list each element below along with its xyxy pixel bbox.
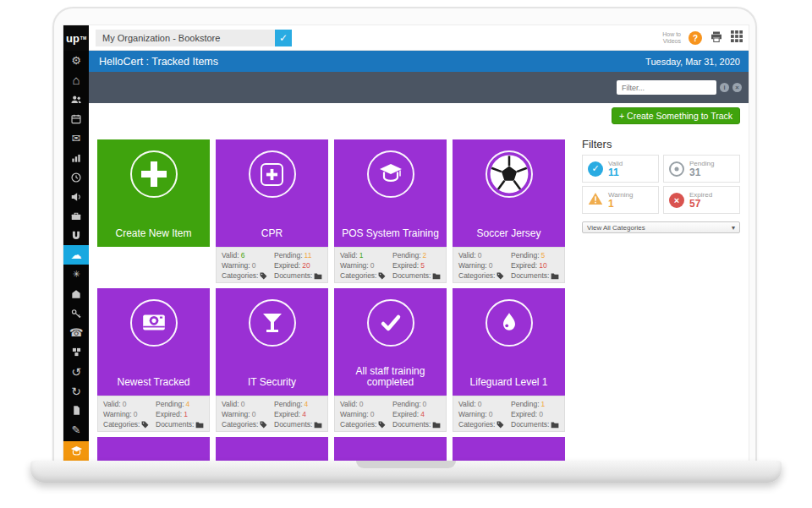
- filter-stat-expired[interactable]: × Expired 57: [663, 186, 740, 214]
- card-lifeguard-level-1[interactable]: Lifeguard Level 1 Valid:0 Pending:1 Warn…: [453, 288, 565, 396]
- check-mark-icon: [367, 299, 414, 347]
- card-pos-system-training[interactable]: POS System Training Valid:1 Pending:2 Wa…: [334, 139, 447, 247]
- sidebar-item-building[interactable]: [63, 284, 89, 303]
- plus-icon: [130, 150, 178, 198]
- sidebar-item-time[interactable]: [63, 167, 89, 187]
- phone-icon: ☎: [69, 326, 83, 339]
- card-cpr[interactable]: CPR Valid:6 Pending:11 Warning:0 Expired…: [216, 139, 328, 247]
- card-partial[interactable]: [97, 437, 210, 461]
- first-aid-icon: [249, 150, 296, 198]
- help-icon[interactable]: ?: [689, 31, 702, 45]
- camera-icon: [130, 299, 178, 347]
- sidebar-nav: ⚙ ⌂ ✉ ☁ ✳ ☎ ↺ ↻ ✎: [63, 51, 89, 461]
- card-title: Newest Tracked: [101, 377, 206, 388]
- cocktail-glass-icon: [249, 299, 296, 347]
- page: upTM My Organization - Bookstore ✓ How t…: [0, 0, 812, 508]
- tag-icon[interactable]: [497, 421, 504, 429]
- snowflake-icon: ✳: [72, 269, 80, 280]
- folder-icon[interactable]: [195, 421, 204, 429]
- card-partial[interactable]: [216, 437, 328, 461]
- sidebar-item-reports[interactable]: [63, 148, 89, 167]
- folder-icon[interactable]: [551, 421, 559, 429]
- tag-icon[interactable]: [378, 421, 386, 429]
- sidebar-item-keys[interactable]: [63, 303, 89, 323]
- folder-icon[interactable]: [432, 421, 441, 429]
- org-selector[interactable]: My Organization - Bookstore ✓: [96, 30, 292, 46]
- filters-heading: Filters: [582, 138, 612, 150]
- water-droplet-icon: [486, 299, 533, 347]
- warning-count: 1: [608, 199, 634, 209]
- pencil-icon: ✎: [72, 423, 81, 436]
- card-newest-tracked[interactable]: Newest Tracked Valid:0 Pending:4 Warning…: [97, 288, 210, 396]
- folder-icon[interactable]: [551, 272, 559, 280]
- filter-stat-warning[interactable]: Warning 1: [582, 186, 659, 214]
- folder-icon[interactable]: [432, 272, 441, 280]
- card-partial[interactable]: [334, 437, 447, 461]
- folder-icon[interactable]: [314, 272, 322, 280]
- card-stats: Valid:0 Pending:1 Warning:0 Expired:0 Ca…: [453, 396, 565, 432]
- sidebar-item-documents[interactable]: [63, 401, 89, 420]
- sidebar-item-jobs[interactable]: [63, 206, 89, 226]
- gear-icon: ⚙: [71, 54, 81, 67]
- toolbar: i ×: [89, 72, 749, 103]
- graduation-cap-icon: [70, 445, 83, 457]
- card-stats: Valid:6 Pending:11 Warning:0 Expired:20 …: [216, 247, 328, 283]
- sidebar-item-messages[interactable]: ✉: [63, 128, 89, 148]
- soccer-ball-icon: [486, 150, 533, 198]
- card-partial[interactable]: [453, 437, 565, 461]
- page-header: HelloCert : Tracked Items Tuesday, Mar 3…: [89, 51, 749, 72]
- card-create-new-item[interactable]: Create New Item: [97, 139, 210, 247]
- filter-stat-valid[interactable]: ✓ Valid 11: [582, 155, 659, 183]
- check-circle-icon: ✓: [588, 161, 603, 177]
- card-soccer-jersey[interactable]: Soccer Jersey Valid:0 Pending:5 Warning:…: [453, 139, 565, 247]
- org-selector-label: My Organization - Bookstore: [96, 30, 292, 46]
- graduation-cap-icon: [367, 150, 414, 198]
- sidebar-item-sync[interactable]: ↻: [63, 381, 89, 401]
- card-title: Lifeguard Level 1: [456, 377, 562, 388]
- sidebar-item-settings[interactable]: ⚙: [63, 51, 89, 70]
- sidebar-item-calendar[interactable]: [63, 109, 89, 128]
- card-title: All staff training completed: [337, 366, 443, 388]
- printer-icon[interactable]: [710, 30, 723, 46]
- filter-input[interactable]: [617, 80, 716, 95]
- org-dropdown-button[interactable]: ✓: [275, 30, 292, 46]
- sidebar-item-edit[interactable]: ✎: [63, 420, 89, 440]
- tag-icon[interactable]: [497, 272, 504, 280]
- sidebar-item-announcements[interactable]: [63, 187, 89, 206]
- create-something-button[interactable]: + Create Something to Track: [612, 107, 740, 124]
- clear-filter-icon[interactable]: ×: [732, 83, 742, 92]
- tag-icon[interactable]: [378, 272, 386, 280]
- tag-icon[interactable]: [141, 421, 149, 429]
- sidebar-item-users[interactable]: [63, 90, 89, 109]
- sidebar-item-history[interactable]: ↺: [63, 362, 89, 381]
- briefcase-icon: [70, 210, 82, 222]
- sidebar-item-magnet[interactable]: [63, 226, 89, 245]
- sidebar-item-training-active[interactable]: [63, 441, 89, 461]
- app-logo[interactable]: upTM: [63, 25, 89, 51]
- sidebar-item-snowflake[interactable]: ✳: [63, 265, 89, 284]
- sidebar-item-home[interactable]: ⌂: [63, 70, 89, 90]
- sync-icon: ↻: [71, 385, 81, 398]
- calendar-icon: [70, 113, 82, 125]
- key-icon: [70, 308, 82, 320]
- x-circle-icon: ×: [669, 193, 684, 208]
- category-dropdown[interactable]: View All Categories ▾: [582, 221, 740, 233]
- top-bar: My Organization - Bookstore ✓ How to Vid…: [89, 25, 749, 51]
- users-icon: [70, 94, 82, 106]
- info-icon[interactable]: i: [720, 83, 729, 92]
- pending-count: 31: [689, 167, 714, 178]
- card-title: Create New Item: [101, 228, 206, 239]
- blocks-icon: [71, 347, 82, 358]
- sidebar-item-cloud-active[interactable]: ☁: [63, 245, 89, 265]
- sidebar-item-phone[interactable]: ☎: [63, 323, 89, 342]
- filter-stat-pending[interactable]: Pending 31: [663, 155, 740, 183]
- card-all-staff-training[interactable]: All staff training completed Valid:0 Pen…: [334, 288, 447, 396]
- folder-icon[interactable]: [314, 421, 322, 429]
- card-it-security[interactable]: IT Security Valid:0 Pending:4 Warning:0 …: [216, 288, 328, 396]
- tag-icon[interactable]: [260, 421, 267, 429]
- sidebar-item-integrations[interactable]: [63, 342, 89, 362]
- apps-grid-icon[interactable]: [731, 30, 743, 46]
- tag-icon[interactable]: [260, 272, 267, 280]
- document-icon: [71, 405, 82, 416]
- how-to-videos-link[interactable]: How to Videos: [662, 31, 681, 45]
